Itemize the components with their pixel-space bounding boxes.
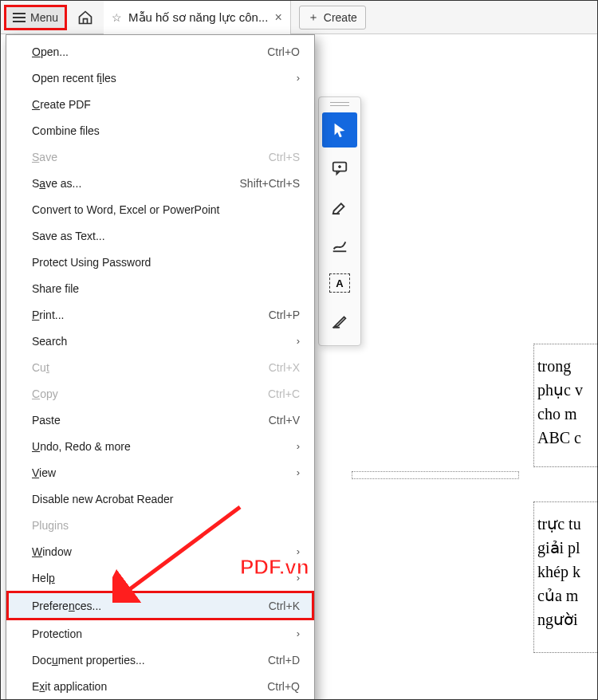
menu-save-text[interactable]: Save as Text... bbox=[6, 222, 314, 249]
menu-preferences[interactable]: Preferences... Ctrl+K bbox=[6, 591, 314, 620]
create-button[interactable]: ＋ Create bbox=[299, 6, 366, 29]
menu-button-label: Menu bbox=[30, 11, 58, 24]
menu-search[interactable]: Search › bbox=[6, 328, 314, 354]
tool-panel[interactable]: A bbox=[318, 96, 361, 346]
menu-help[interactable]: Help › bbox=[6, 564, 314, 591]
menu-combine[interactable]: Combine files bbox=[6, 117, 314, 144]
textbox-icon: A bbox=[329, 273, 350, 293]
pen-icon bbox=[331, 313, 348, 330]
menu-undo-redo[interactable]: Undo, Redo & more › bbox=[6, 433, 314, 459]
chevron-right-icon: › bbox=[297, 335, 300, 347]
menu-copy: Copy Ctrl+C bbox=[6, 380, 314, 407]
sign-tool[interactable] bbox=[322, 304, 357, 339]
panel-drag-handle[interactable] bbox=[330, 102, 349, 106]
menu-paste[interactable]: Paste Ctrl+V bbox=[6, 407, 314, 433]
menu-save-as[interactable]: Save as... Shift+Ctrl+S bbox=[6, 170, 314, 196]
menu-exit[interactable]: Exit application Ctrl+Q bbox=[6, 673, 314, 699]
menu-save: Save Ctrl+S bbox=[6, 144, 314, 170]
draw-tool[interactable] bbox=[322, 227, 357, 262]
menu-open[interactable]: Open... Ctrl+O bbox=[6, 38, 314, 65]
tab-title: Mẫu hố sơ năng lực côn... bbox=[128, 10, 268, 25]
chevron-right-icon: › bbox=[297, 72, 300, 84]
draw-icon bbox=[331, 236, 348, 254]
create-label: Create bbox=[324, 11, 357, 24]
hamburger-icon bbox=[13, 13, 26, 22]
document-text-fragment-2: trực tu giải pl khép k của m người bbox=[533, 501, 597, 653]
star-icon: ☆ bbox=[112, 11, 122, 24]
menu-open-recent[interactable]: Open recent files › bbox=[6, 65, 314, 91]
toolbar: Menu ☆ Mẫu hố sơ năng lực côn... × ＋ Cre… bbox=[1, 1, 597, 34]
menu-button[interactable]: Menu bbox=[4, 5, 67, 30]
chevron-right-icon: › bbox=[297, 627, 300, 639]
chevron-right-icon: › bbox=[297, 572, 300, 584]
menu-cut: Cut Ctrl+X bbox=[6, 354, 314, 380]
selection-box bbox=[352, 471, 519, 479]
highlight-tool[interactable] bbox=[322, 189, 357, 224]
menu-disable-new-reader[interactable]: Disable new Acrobat Reader bbox=[6, 486, 314, 512]
comment-icon bbox=[331, 159, 348, 177]
select-tool[interactable] bbox=[322, 112, 357, 147]
menu-document-properties[interactable]: Document properties... Ctrl+D bbox=[6, 647, 314, 673]
cursor-icon bbox=[331, 121, 348, 139]
menu-view[interactable]: View › bbox=[6, 459, 314, 486]
chevron-right-icon: › bbox=[297, 440, 300, 452]
comment-tool[interactable] bbox=[322, 151, 357, 186]
menu-share[interactable]: Share file bbox=[6, 275, 314, 301]
highlighter-icon bbox=[331, 198, 348, 215]
chevron-right-icon: › bbox=[297, 545, 300, 557]
menu-plugins: Plugins bbox=[6, 512, 314, 538]
home-icon bbox=[77, 10, 93, 26]
main-menu-dropdown: Open... Ctrl+O Open recent files › Creat… bbox=[6, 34, 315, 700]
chevron-right-icon: › bbox=[297, 466, 300, 478]
menu-convert[interactable]: Convert to Word, Excel or PowerPoint bbox=[6, 196, 314, 222]
menu-window[interactable]: Window › bbox=[6, 538, 314, 564]
menu-create-pdf[interactable]: Create PDF bbox=[6, 91, 314, 117]
textbox-tool[interactable]: A bbox=[322, 265, 357, 301]
document-tab[interactable]: ☆ Mẫu hố sơ năng lực côn... × bbox=[104, 1, 291, 34]
plus-icon: ＋ bbox=[308, 10, 319, 25]
menu-print[interactable]: Print... Ctrl+P bbox=[6, 301, 314, 328]
document-text-fragment-1: trong phục v cho m ABC c bbox=[533, 344, 597, 467]
menu-protect-password[interactable]: Protect Using Password bbox=[6, 249, 314, 275]
menu-protection[interactable]: Protection › bbox=[6, 620, 314, 647]
home-button[interactable] bbox=[72, 5, 99, 30]
close-tab-button[interactable]: × bbox=[274, 10, 281, 25]
